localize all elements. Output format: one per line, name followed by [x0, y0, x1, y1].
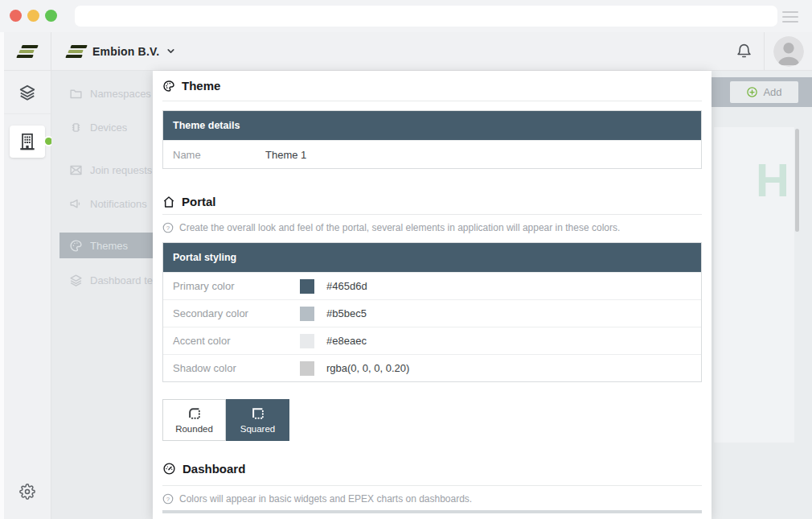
sidebar-item-label: Join requests — [90, 164, 152, 176]
theme-section-header: Theme — [162, 79, 702, 93]
rounded-corner-icon — [187, 406, 202, 421]
color-swatch[interactable] — [300, 307, 314, 321]
add-button[interactable]: Add — [730, 81, 798, 103]
sidebar-item-themes[interactable]: Themes — [59, 233, 153, 258]
background-toolbar: Add — [712, 77, 812, 107]
background-card: H — [714, 127, 794, 443]
embion-logo-icon — [68, 43, 84, 60]
user-menu[interactable] — [764, 32, 812, 70]
chevron-down-icon — [166, 46, 176, 56]
icon-rail — [4, 32, 51, 519]
sidebar-item-namespaces[interactable]: Namespaces — [51, 76, 153, 110]
color-swatch[interactable] — [300, 334, 314, 348]
divider — [162, 214, 702, 215]
home-icon — [162, 196, 175, 208]
card-logo-letter: H — [756, 153, 789, 207]
app-header: Embion B.V. — [51, 32, 812, 71]
divider — [162, 101, 702, 101]
section-title: Dashboard — [182, 462, 245, 476]
corner-style-toggle: Rounded Squared — [162, 399, 702, 441]
rail-item-stack[interactable] — [4, 71, 51, 114]
sidebar-item-label: Themes — [90, 240, 128, 252]
background-content: Add H — [712, 71, 812, 519]
scrollbar-thumb[interactable] — [795, 129, 799, 232]
name-row[interactable]: Name Theme 1 — [163, 140, 701, 168]
divider — [162, 485, 702, 486]
minimize-window-button[interactable] — [27, 10, 39, 22]
portal-styling-table: Portal styling Primary color #465d6d Sec… — [162, 242, 702, 382]
name-label: Name — [173, 149, 265, 161]
sidebar-item-notifications[interactable]: Notifications — [51, 187, 153, 220]
organization-name: Embion B.V. — [92, 45, 159, 58]
palette-icon — [162, 80, 175, 93]
layers-icon — [69, 274, 83, 287]
sidebar-item-dashboard-templates[interactable]: Dashboard te — [51, 263, 153, 297]
section-title: Portal — [182, 195, 216, 208]
shadow-color-row[interactable]: Shadow color rgba(0, 0, 0, 0.20) — [163, 354, 701, 381]
portal-section-header: Portal — [162, 195, 702, 208]
layers-icon — [18, 84, 36, 101]
secondary-color-row[interactable]: Secondary color #b5bec5 — [163, 299, 701, 327]
squared-style-button[interactable]: Squared — [226, 399, 289, 441]
window-controls — [10, 10, 57, 22]
squared-corner-icon — [251, 406, 265, 421]
dashboard-help-text: ? Colors will appear in basic widgets an… — [162, 493, 702, 505]
notifications-bell-icon[interactable] — [724, 43, 764, 60]
rail-item-organization[interactable] — [4, 114, 51, 158]
add-button-label: Add — [763, 86, 781, 98]
browser-chrome — [0, 0, 812, 32]
sidebar-item-label: Namespaces — [90, 88, 151, 100]
rounded-style-label: Rounded — [175, 424, 213, 434]
table-header: Theme details — [163, 111, 701, 140]
gear-icon — [19, 484, 35, 500]
organization-switcher[interactable]: Embion B.V. — [68, 43, 176, 60]
building-icon — [17, 131, 38, 152]
rounded-style-button[interactable]: Rounded — [162, 399, 226, 441]
accent-color-row[interactable]: Accent color #e8eaec — [163, 327, 701, 354]
sidebar: Namespaces Devices Join requests Notific… — [51, 71, 153, 519]
folder-icon — [69, 87, 83, 101]
help-circle-icon: ? — [162, 493, 174, 505]
svg-text:?: ? — [166, 224, 170, 232]
help-circle-icon: ? — [162, 222, 174, 233]
squared-style-label: Squared — [240, 424, 275, 434]
chip-icon — [69, 121, 83, 134]
sidebar-item-devices[interactable]: Devices — [51, 110, 153, 144]
theme-settings-panel: Theme Theme details Name Theme 1 Portal … — [153, 71, 712, 519]
plus-circle-icon — [746, 86, 758, 98]
address-bar[interactable] — [75, 6, 777, 27]
close-window-button[interactable] — [10, 10, 22, 22]
sidebar-item-join-requests[interactable]: Join requests — [51, 153, 153, 187]
maximize-window-button[interactable] — [45, 10, 57, 22]
sidebar-item-label: Dashboard te — [90, 274, 153, 286]
sidebar-item-label: Devices — [90, 122, 127, 134]
embion-logo-icon — [19, 43, 35, 60]
color-swatch[interactable] — [300, 361, 314, 376]
active-rail-card — [10, 126, 45, 158]
browser-window: Embion B.V. Nam — [0, 0, 812, 519]
portal-help-text: ? Create the overall look and feel of th… — [162, 222, 702, 233]
user-avatar — [773, 36, 804, 67]
app-logo[interactable] — [4, 32, 51, 71]
section-title: Theme — [182, 79, 220, 93]
name-value[interactable]: Theme 1 — [265, 149, 306, 161]
next-table-edge — [162, 510, 702, 513]
rail-item-settings[interactable] — [4, 484, 51, 500]
browser-menu-icon[interactable] — [782, 11, 798, 26]
sidebar-item-label: Notifications — [90, 198, 147, 210]
gauge-icon — [162, 462, 176, 476]
theme-details-table: Theme details Name Theme 1 — [162, 110, 702, 169]
palette-icon — [69, 239, 83, 253]
envelope-icon — [69, 163, 83, 177]
color-swatch[interactable] — [300, 279, 314, 294]
megaphone-icon — [69, 197, 83, 211]
dashboard-section-header: Dashboard — [162, 462, 702, 476]
svg-text:?: ? — [166, 496, 170, 503]
table-header: Portal styling — [163, 243, 701, 272]
primary-color-row[interactable]: Primary color #465d6d — [163, 272, 701, 299]
